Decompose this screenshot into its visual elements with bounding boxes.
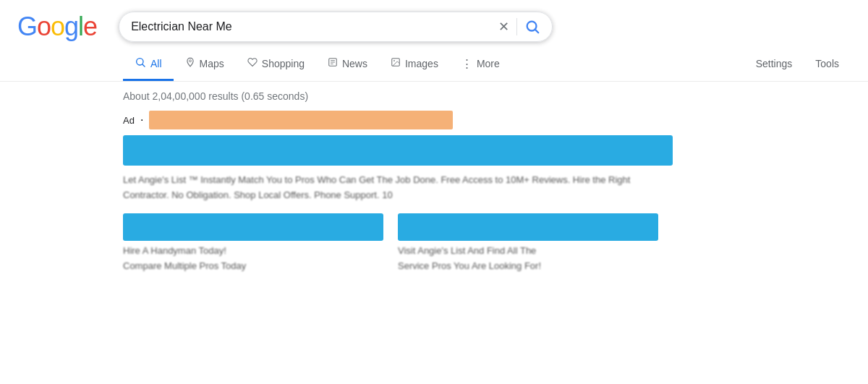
- ad-link-1: Hire A Handyman Today! Compare Multiple …: [123, 213, 383, 271]
- nav-item-shopping[interactable]: Shopping: [236, 48, 316, 80]
- search-input[interactable]: Electrician Near Me: [131, 20, 491, 33]
- nav-label-news: News: [342, 58, 367, 69]
- ad-description: Let Angie's List ™ Instantly Match You t…: [123, 173, 673, 203]
- google-logo: Google: [17, 12, 97, 42]
- ad-link-2-label: Visit Angie's List And Find All The: [398, 245, 658, 256]
- svg-line-3: [142, 64, 145, 67]
- nav-label-more: More: [477, 58, 500, 69]
- nav-right: Settings Tools: [744, 49, 868, 80]
- news-icon: [328, 57, 338, 69]
- ad-url-bar: [149, 111, 453, 129]
- svg-point-4: [189, 60, 191, 62]
- nav-item-news[interactable]: News: [316, 48, 379, 80]
- clear-icon[interactable]: ✕: [498, 19, 509, 35]
- search-bar: Electrician Near Me ✕: [119, 12, 553, 42]
- ad-title-bar[interactable]: [123, 135, 673, 166]
- results-count: About 2,04,00,000 results (0.65 seconds): [123, 90, 308, 102]
- ad-link-1-bar[interactable]: [123, 213, 383, 241]
- logo-g: G: [17, 12, 37, 42]
- logo-o2: o: [51, 12, 64, 42]
- images-icon: [391, 57, 401, 69]
- ad-link-1-sub: Compare Multiple Pros Today: [123, 260, 383, 271]
- ad-link-2-bar[interactable]: [398, 213, 658, 241]
- search-button[interactable]: [524, 19, 540, 35]
- more-icon: ⋮: [461, 57, 472, 70]
- nav-settings[interactable]: Settings: [744, 49, 804, 80]
- results-area: Ad · Let Angie's List ™ Instantly Match …: [0, 111, 868, 271]
- maps-icon: [185, 57, 195, 69]
- svg-point-10: [393, 60, 395, 61]
- nav-item-more[interactable]: ⋮ More: [450, 48, 511, 81]
- nav-label-settings: Settings: [756, 58, 793, 69]
- ad-link-2-sub: Service Pros You Are Looking For!: [398, 260, 658, 271]
- ad-links-row: Hire A Handyman Today! Compare Multiple …: [123, 213, 868, 271]
- all-icon: [135, 56, 146, 70]
- header: Google Electrician Near Me ✕: [0, 0, 868, 42]
- nav-item-all[interactable]: All: [123, 48, 174, 81]
- nav-label-all: All: [150, 58, 162, 69]
- svg-line-1: [535, 30, 538, 33]
- nav-label-images: Images: [405, 58, 438, 69]
- shopping-icon: [247, 57, 258, 69]
- search-divider: [516, 18, 517, 35]
- ad-label-row: Ad ·: [123, 111, 868, 129]
- logo-e: e: [83, 12, 97, 42]
- results-info: About 2,04,00,000 results (0.65 seconds): [0, 82, 868, 111]
- nav-item-images[interactable]: Images: [379, 48, 450, 80]
- logo-l: l: [78, 12, 83, 42]
- nav-bar: All Maps Shopping News Images ⋮ More Set…: [0, 48, 868, 82]
- ad-text: Ad: [123, 115, 135, 126]
- nav-tools[interactable]: Tools: [804, 49, 851, 80]
- ad-link-1-label: Hire A Handyman Today!: [123, 245, 383, 256]
- logo-g2: g: [64, 12, 78, 42]
- nav-label-tools: Tools: [815, 58, 839, 69]
- ad-link-2: Visit Angie's List And Find All The Serv…: [398, 213, 658, 271]
- search-icon: [524, 19, 540, 35]
- nav-label-shopping: Shopping: [262, 58, 305, 69]
- logo-o1: o: [37, 12, 51, 42]
- nav-item-maps[interactable]: Maps: [174, 48, 236, 80]
- ad-dot: ·: [140, 114, 143, 127]
- nav-label-maps: Maps: [200, 58, 224, 69]
